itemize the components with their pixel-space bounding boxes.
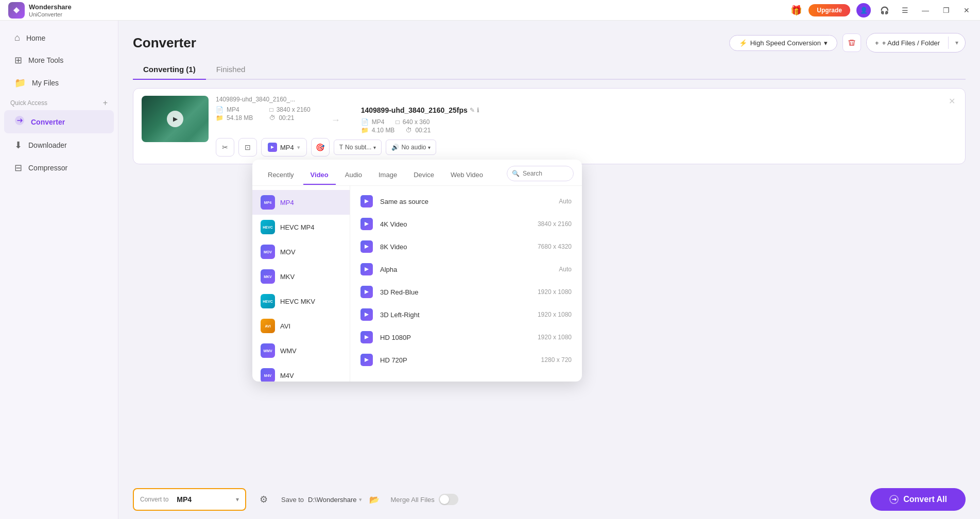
file-thumbnail[interactable]: ▶: [142, 96, 209, 142]
sidebar-item-downloader-label: Downloader: [28, 141, 67, 149]
format-select-icon: [268, 143, 277, 152]
svg-marker-7: [365, 313, 369, 317]
format-tab-recently[interactable]: Recently: [261, 167, 301, 185]
format-search-input[interactable]: [507, 166, 574, 181]
add-files-dropdown-button[interactable]: ▾: [949, 33, 965, 52]
convert-all-label: Convert All: [903, 495, 947, 504]
audio-label: No audio: [401, 144, 426, 151]
format-option-name-same-as-source: Same as source: [380, 198, 552, 205]
info-button[interactable]: ℹ: [477, 107, 479, 114]
scissors-button[interactable]: ✂: [216, 138, 234, 157]
subtitle-label: No subt...: [345, 144, 371, 151]
bottom-toolbar: Convert to MP4 ▾ ⚙ Save to D:\Wondershar…: [133, 482, 966, 511]
format-option-alpha[interactable]: Alpha Auto: [350, 258, 582, 281]
format-option-icon-same-as-source: [360, 195, 373, 207]
sidebar-item-more-tools[interactable]: ⊞ More Tools: [4, 49, 114, 71]
lightning-icon: ⚡: [739, 39, 747, 47]
format-option-same-as-source[interactable]: Same as source Auto: [350, 190, 582, 213]
format-tab-video[interactable]: Video: [303, 167, 336, 185]
headset-button[interactable]: 🎧: [875, 2, 893, 19]
delete-file-button[interactable]: ✕: [944, 94, 959, 108]
avatar-button[interactable]: 👤: [856, 3, 871, 18]
target-format: MP4: [372, 118, 385, 126]
format-list-item-mp4[interactable]: MP4 MP4: [252, 190, 350, 215]
sidebar-item-downloader[interactable]: ⬇ Downloader: [4, 134, 114, 156]
format-option-4k-video[interactable]: 4K Video 3840 x 2160: [350, 213, 582, 235]
chevron-down-icon: ▾: [824, 39, 828, 47]
play-button[interactable]: ▶: [167, 111, 183, 127]
target-format-icon: 📄: [361, 118, 369, 126]
format-select-chevron-icon: ▾: [297, 144, 300, 151]
close-button[interactable]: ✕: [957, 2, 976, 19]
sidebar-item-my-files-label: My Files: [32, 79, 59, 87]
upgrade-button[interactable]: Upgrade: [809, 4, 850, 16]
edit-filename-button[interactable]: ✎: [470, 107, 475, 114]
format-tab-image[interactable]: Image: [371, 167, 404, 185]
settings-button[interactable]: ⚙: [254, 490, 273, 509]
source-size: 54.18 MB: [227, 114, 253, 122]
header-actions: ⚡ High Speed Conversion ▾ + + Add Files …: [729, 33, 966, 53]
gift-button[interactable]: 🎁: [788, 2, 804, 19]
format-tab-audio[interactable]: Audio: [338, 167, 369, 185]
subtitle-icon: T: [339, 144, 343, 151]
format-list-item-mov[interactable]: MOV MOV: [252, 239, 350, 264]
svg-marker-6: [365, 290, 369, 294]
format-list-item-hevc-mp4[interactable]: HEVC HEVC MP4: [252, 215, 350, 239]
tab-converting[interactable]: Converting (1): [133, 61, 206, 80]
minimize-button[interactable]: —: [916, 2, 935, 19]
subtitle-button[interactable]: T No subt... ▾: [334, 140, 382, 155]
source-format-row: 📄 MP4: [216, 106, 253, 113]
logo-icon: [8, 2, 25, 19]
audio-button[interactable]: 🔊 No audio ▾: [386, 140, 436, 155]
subtitle-chevron-icon: ▾: [373, 145, 376, 150]
save-path[interactable]: D:\Wondershare ▾: [308, 496, 362, 504]
sidebar-item-converter[interactable]: Converter: [4, 110, 114, 133]
format-tab-web-video[interactable]: Web Video: [443, 167, 490, 185]
clock-icon: ⏱: [269, 114, 276, 122]
sidebar-item-my-files[interactable]: 📁 My Files: [4, 72, 114, 94]
file-meta: 📄 MP4 📁 54.18 MB □ 3840 x 2160: [216, 106, 957, 134]
format-option-3d-left-right[interactable]: 3D Left-Right 1920 x 1080: [350, 303, 582, 326]
format-option-hd-1080p[interactable]: HD 1080P 1920 x 1080: [350, 326, 582, 349]
crop-button[interactable]: ⊡: [238, 138, 257, 157]
app-name: Wondershare: [29, 3, 72, 11]
convert-to-select[interactable]: Convert to MP4 ▾: [133, 488, 246, 511]
format-select-button[interactable]: MP4 ▾: [261, 138, 307, 157]
format-list-item-m4v[interactable]: M4V M4V: [252, 363, 350, 382]
format-option-name-alpha: Alpha: [380, 266, 552, 273]
more-tools-icon: ⊞: [14, 55, 22, 66]
merge-toggle-row: Merge All Files: [391, 494, 458, 505]
source-duration-row: ⏱ 00:21: [269, 114, 310, 122]
sidebar-item-home-label: Home: [26, 34, 45, 42]
hamburger-button[interactable]: ☰: [896, 2, 914, 19]
file-info: 1409899-uhd_3840_2160_... 📄 MP4 📁 54.18 …: [216, 96, 957, 157]
merge-toggle[interactable]: [439, 494, 458, 505]
add-files-button[interactable]: + + Add Files / Folder: [867, 36, 948, 50]
quick-access-add-button[interactable]: +: [103, 98, 108, 108]
format-icon-avi: AVI: [261, 319, 275, 333]
convert-all-button[interactable]: Convert All: [870, 488, 966, 511]
sidebar-item-home[interactable]: ⌂ Home: [4, 27, 114, 48]
sidebar-item-compressor[interactable]: ⊟ Compressor: [4, 157, 114, 179]
format-list-item-avi[interactable]: AVI AVI: [252, 314, 350, 338]
folder-button[interactable]: 📂: [366, 491, 383, 508]
format-dropdown: Recently Video Audio Image Device Web Vi…: [252, 160, 582, 382]
format-option-name-8k-video: 8K Video: [380, 243, 530, 251]
format-option-name-hd-720p: HD 720P: [380, 356, 534, 364]
folder-icon: 📁: [216, 114, 223, 122]
target-clock-icon: ⏱: [406, 127, 412, 134]
format-list-item-mkv[interactable]: MKV MKV: [252, 264, 350, 289]
restore-button[interactable]: ❐: [937, 2, 955, 19]
tab-finished[interactable]: Finished: [206, 61, 256, 80]
format-option-resolution-8k-video: 7680 x 4320: [538, 243, 572, 250]
high-speed-button[interactable]: ⚡ High Speed Conversion ▾: [729, 35, 837, 51]
target-settings-button[interactable]: 🎯: [311, 138, 330, 157]
format-list-item-wmv[interactable]: WMV WMV: [252, 338, 350, 363]
format-option-hd-720p[interactable]: HD 720P 1280 x 720: [350, 349, 582, 371]
clear-all-button[interactable]: [843, 33, 861, 52]
format-option-8k-video[interactable]: 8K Video 7680 x 4320: [350, 235, 582, 258]
source-resolution: 3840 x 2160: [277, 106, 311, 113]
format-list-item-hevc-mkv[interactable]: HEVC HEVC MKV: [252, 289, 350, 314]
format-option-3d-red-blue[interactable]: 3D Red-Blue 1920 x 1080: [350, 281, 582, 303]
format-tab-device[interactable]: Device: [406, 167, 441, 185]
